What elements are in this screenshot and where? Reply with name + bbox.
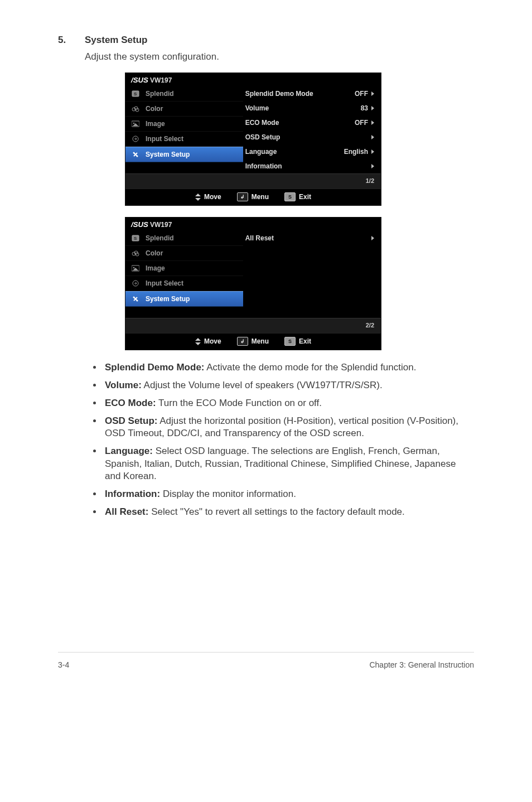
asus-logo-icon: /SUS xyxy=(131,76,148,84)
option-label: Volume xyxy=(245,104,269,112)
input-select-icon xyxy=(131,279,140,287)
feature-desc: Activate the demo mode for the Splendid … xyxy=(205,362,417,373)
osd-titlebar: /SUS VW197 xyxy=(125,73,381,86)
feature-desc: Turn the ECO Mode Function on or off. xyxy=(156,398,322,408)
footer-move: Move xyxy=(195,337,221,345)
menu-item-label: System Setup xyxy=(146,151,190,158)
list-item: OSD Setup: Adjust the horizontal positio… xyxy=(103,415,474,439)
footer-menu-label: Menu xyxy=(252,337,269,345)
section-description: Adjust the system configuration. xyxy=(85,51,474,62)
svg-point-9 xyxy=(137,156,138,157)
menu-item-label: System Setup xyxy=(146,295,190,303)
footer-exit: S Exit xyxy=(284,192,311,201)
chevron-right-icon xyxy=(371,236,374,240)
feature-desc: Select "Yes" to revert all settings to t… xyxy=(148,506,404,517)
feature-name: Splendid Demo Mode: xyxy=(105,362,205,373)
menu-item-label: Color xyxy=(146,249,163,257)
chevron-right-icon xyxy=(371,106,374,110)
osd-menu-list: S Splendid Color Image Input Select xyxy=(125,86,243,173)
chevron-right-icon xyxy=(371,91,374,96)
osd-model-label: VW197 xyxy=(150,221,172,229)
footer-move-label: Move xyxy=(204,193,221,201)
list-item: Volume: Adjust the Volume level of speak… xyxy=(103,379,474,392)
feature-name: OSD Setup: xyxy=(105,416,157,426)
system-setup-icon xyxy=(131,151,140,158)
menu-item-color[interactable]: Color xyxy=(125,102,243,117)
image-icon xyxy=(131,264,140,272)
enter-key-icon: ↲ xyxy=(237,192,248,201)
option-volume[interactable]: Volume 83 xyxy=(243,101,378,115)
enter-key-icon: ↲ xyxy=(237,337,248,346)
s-key-icon: S xyxy=(284,337,296,346)
option-label: OSD Setup xyxy=(245,133,280,141)
menu-item-label: Input Select xyxy=(146,135,183,143)
chevron-right-icon xyxy=(371,120,374,125)
option-label: Splendid Demo Mode xyxy=(245,90,313,98)
menu-item-splendid[interactable]: S Splendid xyxy=(125,86,243,102)
option-eco-mode[interactable]: ECO Mode OFF xyxy=(243,115,378,130)
color-icon xyxy=(131,249,140,257)
list-item: Splendid Demo Mode: Activate the demo mo… xyxy=(103,361,474,374)
svg-point-18 xyxy=(133,297,135,298)
system-setup-icon xyxy=(131,295,140,303)
svg-point-8 xyxy=(133,152,135,154)
updown-icon xyxy=(195,338,201,345)
option-label: Information xyxy=(245,162,282,170)
input-select-icon xyxy=(131,135,140,143)
s-key-icon: S xyxy=(284,192,296,201)
menu-item-splendid[interactable]: S Splendid xyxy=(125,231,243,246)
option-value: OFF xyxy=(355,90,368,98)
list-item: Language: Select OSD language. The selec… xyxy=(103,445,474,482)
footer-menu: ↲ Menu xyxy=(237,192,269,201)
menu-item-label: Image xyxy=(146,120,165,128)
feature-name: All Reset: xyxy=(105,506,148,517)
feature-name: ECO Mode: xyxy=(105,398,156,408)
option-all-reset[interactable]: All Reset xyxy=(243,231,378,245)
footer-exit: S Exit xyxy=(284,337,311,346)
list-item: All Reset: Select "Yes" to revert all se… xyxy=(103,506,474,518)
osd-options-list: Splendid Demo Mode OFF Volume 83 ECO Mod… xyxy=(243,86,381,173)
footer-exit-label: Exit xyxy=(299,193,311,201)
menu-item-image[interactable]: Image xyxy=(125,261,243,276)
page-indicator: 1/2 xyxy=(125,173,381,189)
svg-point-16 xyxy=(133,267,135,269)
option-information[interactable]: Information xyxy=(243,159,378,173)
svg-text:S: S xyxy=(134,236,137,241)
option-label: Language xyxy=(245,148,277,156)
menu-item-input-select[interactable]: Input Select xyxy=(125,276,243,291)
list-item: ECO Mode: Turn the ECO Mode Function on … xyxy=(103,397,474,409)
osd-model-label: VW197 xyxy=(150,76,172,84)
option-language[interactable]: Language English xyxy=(243,144,378,159)
option-label: All Reset xyxy=(245,234,274,242)
osd-footer: Move ↲ Menu S Exit xyxy=(125,333,381,350)
menu-item-image[interactable]: Image xyxy=(125,117,243,132)
menu-item-label: Image xyxy=(146,264,165,272)
osd-options-list: All Reset xyxy=(243,231,381,318)
osd-panel-2: /SUS VW197 S Splendid Color Image xyxy=(125,217,381,350)
footer-menu: ↲ Menu xyxy=(237,337,269,346)
image-icon xyxy=(131,120,140,128)
option-label: ECO Mode xyxy=(245,119,279,127)
asus-logo-icon: /SUS xyxy=(131,221,148,229)
updown-icon xyxy=(195,194,201,201)
osd-titlebar: /SUS VW197 xyxy=(125,218,381,231)
section-title: System Setup xyxy=(85,35,147,46)
menu-item-color[interactable]: Color xyxy=(125,246,243,261)
menu-item-input-select[interactable]: Input Select xyxy=(125,132,243,147)
option-value: 83 xyxy=(361,104,368,112)
option-splendid-demo-mode[interactable]: Splendid Demo Mode OFF xyxy=(243,86,378,101)
chevron-right-icon xyxy=(371,135,374,139)
feature-name: Volume: xyxy=(105,380,142,390)
svg-point-19 xyxy=(137,300,138,302)
footer-exit-label: Exit xyxy=(299,337,311,345)
chevron-right-icon xyxy=(371,164,374,168)
menu-item-label: Color xyxy=(146,105,163,113)
section-number: 5. xyxy=(58,35,85,46)
menu-item-system-setup[interactable]: System Setup xyxy=(125,291,243,307)
color-icon xyxy=(131,105,140,113)
menu-item-system-setup[interactable]: System Setup xyxy=(125,147,243,162)
menu-item-label: Splendid xyxy=(146,90,174,98)
feature-name: Information: xyxy=(105,489,160,499)
option-osd-setup[interactable]: OSD Setup xyxy=(243,130,378,144)
section-header: 5. System Setup xyxy=(58,35,474,46)
